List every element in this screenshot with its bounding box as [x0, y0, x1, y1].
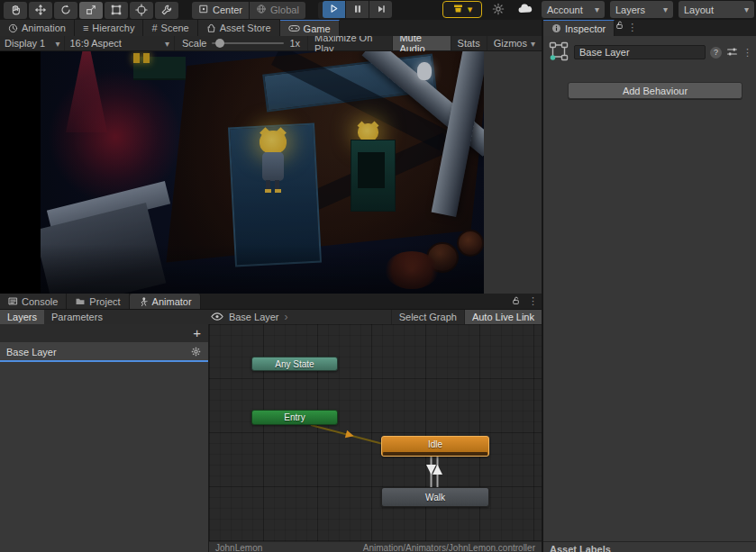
scale-slider-knob[interactable]	[215, 39, 224, 48]
state-node-entry[interactable]: Entry	[251, 410, 338, 425]
pause-button[interactable]	[346, 1, 369, 18]
scene-blue-tint	[41, 51, 484, 294]
custom-tool-button[interactable]	[155, 2, 178, 19]
pivot-global-label: Global	[270, 5, 299, 15]
unlock-icon[interactable]	[511, 295, 521, 308]
pivot-global-button[interactable]: Global	[250, 2, 305, 19]
play-button[interactable]	[323, 1, 345, 18]
game-view-margin	[484, 51, 542, 294]
move-tool-button[interactable]	[29, 2, 52, 19]
toolbar-right-group: ▾ Account▾ Layers▾ Layout▾	[442, 1, 754, 18]
gizmos-label: Gizmos	[494, 38, 527, 49]
layer-row-base-layer[interactable]: Base Layer	[0, 342, 208, 362]
animator-breadcrumb: Base Layer ›	[211, 311, 288, 323]
tab-inspector[interactable]: Inspector	[543, 20, 615, 36]
panel-menu-icon[interactable]: ⋮	[528, 295, 538, 307]
state-machine-icon	[548, 41, 569, 64]
presets-icon[interactable]	[726, 46, 738, 59]
gizmos-dropdown-arrow: ▾	[531, 39, 535, 49]
breadcrumb-item[interactable]: Base Layer	[229, 312, 279, 322]
animator-layers-tab[interactable]: Layers	[0, 310, 44, 324]
layout-label: Layout	[684, 5, 714, 15]
scale-slider[interactable]	[212, 42, 284, 44]
asset-labels-section[interactable]: Asset Labels	[543, 541, 756, 552]
state-node-any-state[interactable]: Any State	[251, 357, 338, 371]
aspect-label: 16:9 Aspect	[69, 38, 122, 49]
layers-label: Layers	[615, 5, 645, 15]
tab-animation-label: Animation	[22, 23, 66, 33]
eye-icon[interactable]	[211, 312, 223, 323]
tab-console[interactable]: Console	[0, 294, 67, 309]
stats-button[interactable]: Stats	[451, 36, 487, 50]
account-label: Account	[547, 5, 583, 15]
move-icon	[34, 4, 47, 16]
tab-hierarchy[interactable]: ≡ Hierarchy	[75, 20, 144, 36]
animator-parameters-label: Parameters	[51, 312, 103, 322]
hierarchy-icon: ≡	[83, 23, 88, 33]
main-area: Animation ≡ Hierarchy # Scene Asset Stor…	[0, 20, 756, 552]
cloud-button[interactable]	[515, 1, 536, 18]
tab-scene[interactable]: # Scene	[143, 20, 197, 36]
state-machine-graph[interactable]: Any State Entry Idle Walk JohnLemon Anim…	[209, 324, 542, 552]
pivot-center-button[interactable]: Center	[192, 2, 249, 19]
tab-project[interactable]: Project	[67, 294, 129, 309]
state-node-idle[interactable]: Idle	[381, 436, 489, 457]
panel-menu-icon[interactable]: ⋮	[627, 22, 637, 32]
unity-editor-window: Center Global ▾ Account▾ Layers▾ Layout▾	[0, 0, 756, 552]
tab-game[interactable]: Game	[280, 20, 340, 36]
unlock-icon[interactable]	[615, 22, 624, 32]
animator-toolbar-right: Select Graph Auto Live Link	[391, 310, 542, 324]
tab-project-label: Project	[89, 296, 120, 307]
game-toolbar-right: Maximize On Play Mute Audio Stats Gizmos…	[307, 36, 542, 50]
component-menu-icon[interactable]: ⋮	[742, 47, 752, 59]
layers-dropdown[interactable]: Layers▾	[610, 1, 673, 18]
layer-selected-indicator	[0, 360, 208, 362]
transform-tool-button[interactable]	[130, 2, 153, 19]
collab-button[interactable]: ▾	[442, 1, 482, 18]
hand-tool-button[interactable]	[4, 2, 27, 19]
layer-settings-gear-icon[interactable]	[190, 346, 202, 359]
info-icon	[551, 23, 561, 33]
collab-bucket-icon	[452, 3, 464, 16]
scale-control: Scale 1x	[175, 38, 307, 49]
add-behaviour-label: Add Behaviour	[623, 86, 688, 96]
add-behaviour-button[interactable]: Add Behaviour	[568, 82, 742, 99]
state-node-walk[interactable]: Walk	[381, 487, 489, 507]
tab-animation[interactable]: Animation	[0, 20, 75, 36]
select-graph-label: Select Graph	[399, 312, 457, 322]
mute-audio-button[interactable]: Mute Audio	[392, 36, 450, 50]
tab-animator[interactable]: Animator	[130, 294, 201, 309]
clock-icon	[8, 23, 18, 33]
auto-live-link-button[interactable]: Auto Live Link	[464, 310, 542, 324]
aspect-dropdown[interactable]: 16:9 Aspect ▾	[65, 36, 175, 50]
collab-dropdown-arrow: ▾	[468, 4, 473, 15]
scale-tool-button[interactable]	[79, 2, 103, 19]
globe-icon	[256, 4, 267, 16]
rect-icon	[110, 4, 123, 16]
scene-grid-icon: #	[151, 23, 157, 33]
auto-live-link-label: Auto Live Link	[472, 312, 534, 322]
display-dropdown[interactable]: Display 1 ▾	[0, 36, 65, 50]
game-view	[0, 51, 542, 294]
services-button[interactable]	[487, 1, 509, 18]
select-graph-button[interactable]: Select Graph	[391, 310, 464, 324]
layer-name-field[interactable]: Base Layer	[574, 45, 706, 59]
pivot-orientation-group: Center Global	[192, 2, 305, 19]
animator-parameters-tab[interactable]: Parameters	[44, 310, 110, 324]
asset-labels-title: Asset Labels	[550, 544, 611, 552]
game-render[interactable]	[41, 51, 484, 294]
add-layer-button[interactable]: +	[193, 327, 201, 339]
gizmos-dropdown[interactable]: Gizmos▾	[487, 36, 542, 50]
help-icon[interactable]: ?	[710, 47, 722, 59]
tab-game-label: Game	[304, 23, 331, 34]
node-label: Idle	[428, 437, 442, 452]
account-dropdown[interactable]: Account▾	[542, 1, 605, 18]
layout-dropdown[interactable]: Layout▾	[679, 1, 754, 18]
maximize-on-play-button[interactable]: Maximize On Play	[307, 36, 392, 50]
graph-status-bar: JohnLemon Animation/Animators/JohnLemon.…	[209, 541, 542, 552]
tab-asset-store[interactable]: Asset Store	[198, 20, 280, 36]
tab-asset-store-label: Asset Store	[220, 23, 271, 33]
rect-tool-button[interactable]	[105, 2, 128, 19]
step-button[interactable]	[369, 1, 392, 18]
rotate-tool-button[interactable]	[54, 2, 77, 19]
